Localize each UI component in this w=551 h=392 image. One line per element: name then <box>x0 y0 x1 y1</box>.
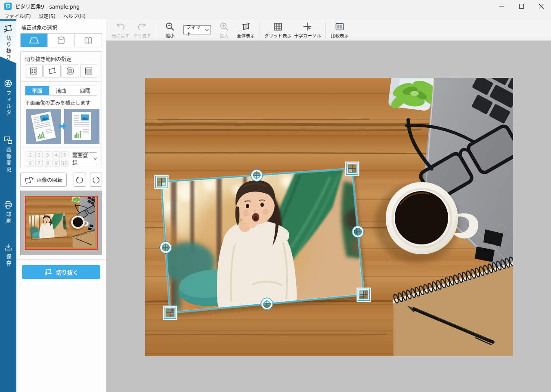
handle-bottom-left[interactable] <box>164 307 176 319</box>
preset-6[interactable]: 6 <box>27 160 34 167</box>
crop-icon <box>44 268 53 276</box>
image-rotate-label: 画像の回転 <box>37 176 62 183</box>
tab-corners[interactable]: 四隅 <box>73 86 97 95</box>
rotate-left-button[interactable] <box>74 173 86 187</box>
menu-help[interactable]: ヘルプ(H) <box>59 12 90 19</box>
tab-plane[interactable]: 平面 <box>25 86 50 95</box>
range-rect-inset-button[interactable] <box>80 65 98 77</box>
compare-view-button[interactable]: 比較表示 <box>329 20 350 40</box>
rotate-right-button[interactable] <box>90 173 102 187</box>
crop-execute-label: 切り抜く <box>56 268 78 276</box>
rotate-left-icon <box>76 176 84 184</box>
illustration-before <box>26 109 61 144</box>
maximize-icon <box>519 4 524 9</box>
target-section-label: 補正対象の選択 <box>21 24 102 31</box>
filter-icon <box>3 79 13 88</box>
app-window: ピタリ四角9 - sample.png ファイル(F) 設定(S) ヘルプ(H) <box>0 0 551 392</box>
range-section-label: 切り抜き範囲の指定 <box>25 55 102 62</box>
undo-icon <box>115 22 126 31</box>
quad-icon <box>47 66 57 76</box>
tab-curve[interactable]: 湾曲 <box>50 86 74 95</box>
target-cylinder-button[interactable] <box>48 34 75 47</box>
editor-canvas[interactable] <box>106 41 551 392</box>
arrow-right-icon <box>59 123 67 130</box>
app-icon <box>4 3 12 10</box>
preset-8[interactable]: 8 <box>44 160 51 167</box>
target-type-switcher <box>20 33 102 47</box>
cylinder-icon <box>56 36 66 45</box>
redo-icon <box>137 22 147 31</box>
sidebar: 切り抜き フィルタ 画像変更 印刷 <box>0 19 16 392</box>
close-button[interactable] <box>531 0 551 12</box>
redo-button[interactable]: やり直す <box>131 20 153 40</box>
rotate-row: 画像の回転 <box>20 173 102 187</box>
range-register-button[interactable]: 範囲登録 <box>72 152 97 165</box>
image-thumbnail[interactable] <box>25 196 98 250</box>
divider <box>260 22 260 38</box>
preset-1[interactable]: 1 <box>27 151 34 158</box>
preset-3[interactable]: 3 <box>44 151 51 158</box>
sidebar-item-label: 印刷 <box>6 212 11 225</box>
fit-view-label: 全体表示 <box>237 32 255 39</box>
sidebar-item-print[interactable]: 印刷 <box>0 200 16 225</box>
zoom-out-button[interactable]: 縮小 <box>159 20 181 40</box>
handle-top-right[interactable] <box>347 163 358 175</box>
image-rotate-button[interactable]: 画像の回転 <box>20 173 67 187</box>
range-quad-button[interactable] <box>43 65 61 77</box>
zoom-in-button[interactable]: 拡大 <box>214 20 235 40</box>
preset-5[interactable]: 5 <box>61 151 68 158</box>
menu-file[interactable]: ファイル(F) <box>0 12 35 19</box>
menubar: ファイル(F) 設定(S) ヘルプ(H) <box>0 12 551 20</box>
preset-7[interactable]: 7 <box>35 160 43 167</box>
preset-4[interactable]: 4 <box>53 151 60 158</box>
sidebar-item-label: 画像変更 <box>6 147 11 173</box>
rotate-right-icon <box>92 176 100 184</box>
toolbar: 元に戻す やり直す 縮小 フィット 拡大 <box>106 19 551 41</box>
sidebar-item-save[interactable]: 保存 <box>0 242 16 267</box>
sidebar-item-crop[interactable]: 切り抜き <box>0 21 16 63</box>
control-panel: 補正対象の選択 切り抜き範囲の指定 <box>16 19 106 392</box>
preset-10[interactable]: 10 <box>61 160 68 167</box>
zoom-in-icon <box>219 22 229 32</box>
photo-view[interactable] <box>145 78 513 356</box>
handle-bottom-right[interactable] <box>358 289 370 301</box>
range-register-label: 範囲登録 <box>72 151 92 166</box>
sidebar-item-filter[interactable]: フィルタ <box>0 79 16 116</box>
range-mode-buttons <box>25 65 97 77</box>
minimize-icon <box>499 4 504 9</box>
target-book-button[interactable] <box>75 34 102 47</box>
target-plane-button[interactable] <box>21 34 48 47</box>
undo-label: 元に戻す <box>111 32 130 39</box>
fit-view-button[interactable]: 全体表示 <box>235 20 257 40</box>
range-rounded-inset-button[interactable] <box>62 65 79 77</box>
menu-settings[interactable]: 設定(S) <box>35 12 59 19</box>
mode-tabs: 平面 湾曲 四隅 <box>25 86 97 96</box>
grid-toggle-label: グリッド表示 <box>264 32 291 39</box>
thumbnail-panel <box>20 191 102 255</box>
divider <box>325 22 326 38</box>
crosshair-toggle-button[interactable]: 十字カーソル <box>293 20 322 40</box>
range-auto-detect-button[interactable] <box>25 65 43 77</box>
sidebar-item-image-change[interactable]: 画像変更 <box>0 136 16 173</box>
zoom-level-select[interactable]: フィット <box>183 25 211 34</box>
divider <box>21 148 102 148</box>
maximize-button[interactable] <box>511 0 531 12</box>
preset-9[interactable]: 9 <box>53 160 60 167</box>
preset-2[interactable]: 2 <box>35 151 43 158</box>
grid-toggle-button[interactable]: グリッド表示 <box>263 20 293 40</box>
compare-view-label: 比較表示 <box>331 32 349 39</box>
undo-button[interactable]: 元に戻す <box>110 20 131 40</box>
correction-illustration <box>26 109 97 144</box>
handle-top-left[interactable] <box>156 176 167 188</box>
divider <box>21 81 102 82</box>
image-change-icon <box>3 136 13 145</box>
crop-execute-button[interactable]: 切り抜く <box>22 265 100 279</box>
preset-number-buttons: 1 2 3 4 5 6 7 8 9 10 <box>27 151 68 167</box>
zoom-out-label: 縮小 <box>166 32 175 39</box>
divider <box>156 22 156 38</box>
zoom-level-value: フィット <box>186 23 205 37</box>
save-icon <box>3 242 13 252</box>
fit-view-icon <box>241 22 251 32</box>
crosshair-icon <box>303 22 313 32</box>
minimize-button[interactable] <box>492 0 511 12</box>
